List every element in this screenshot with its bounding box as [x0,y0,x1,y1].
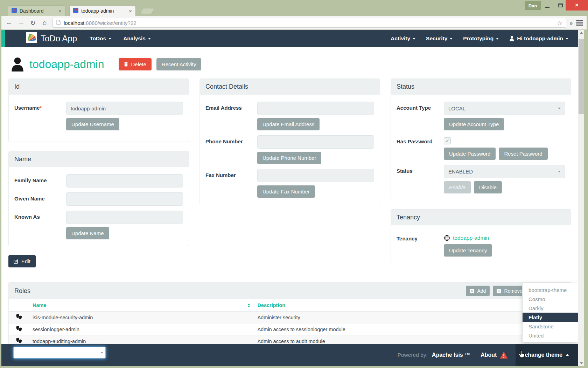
role-name[interactable]: sessionlogger-admin [29,323,254,335]
browser-toolbar: ← → ↻ ⌂ localhost:8080/wicket/entity?22 … [1,16,587,30]
update-email-button[interactable]: Update Email Address [257,118,320,130]
scrollbar-thumb[interactable] [579,39,584,114]
phone-input[interactable] [257,135,374,149]
window-close-button[interactable]: × [566,0,588,11]
theme-item-darkly[interactable]: Darkly [523,304,578,313]
disable-button[interactable]: Disable [474,181,502,193]
reset-password-button[interactable]: Reset Password [499,148,547,160]
menu-analysis[interactable]: Analysis [123,35,151,42]
sort-icon[interactable] [247,304,250,307]
new-tab-button[interactable] [140,8,155,14]
theme-item-bootstrap-theme[interactable]: bootstrap-theme [523,285,578,294]
vertical-scrollbar[interactable] [578,30,584,366]
tab-dashboard[interactable]: Dashboard × [8,5,65,16]
role-name[interactable]: isis-module-security-admin [29,312,254,323]
forward-icon: → [17,19,25,27]
family-name-input[interactable] [66,174,183,188]
table-row[interactable]: sessionlogger-admin Admin access to sess… [9,323,571,335]
email-input[interactable] [257,102,374,115]
tab-close-icon[interactable]: × [129,8,132,14]
remove-role-button[interactable]: Remove [493,286,526,296]
menu-user[interactable]: Hi todoapp-admin [509,35,568,42]
apache-isis-link[interactable]: Apache Isis ™ [432,352,470,358]
menu-activity[interactable]: Activity [391,35,415,42]
select-caret-icon [558,171,561,172]
update-fax-button[interactable]: Update Fax Number [257,185,315,198]
user-icon [509,36,514,41]
theme-item-flatly[interactable]: Flatly [523,313,578,322]
chrome-profile-badge[interactable]: Dan [525,1,541,10]
role-masks-icon [16,338,22,343]
update-tenancy-button[interactable]: Update Tenancy [444,244,492,257]
menu-security[interactable]: Security [426,35,453,42]
extensions-overflow-icon[interactable]: » [570,20,573,26]
update-phone-button[interactable]: Update Phone Number [257,152,321,164]
theme-item-cosmo[interactable]: Cosmo [523,294,578,304]
tab-close-icon[interactable]: × [58,8,62,14]
back-icon[interactable]: ← [5,19,13,27]
fax-input[interactable] [257,169,374,182]
email-label: Email Address [205,102,257,130]
window-maximize-button[interactable] [554,0,566,11]
role-masks-icon [16,326,22,332]
role-masks-icon [16,314,22,320]
globe-icon [444,235,450,241]
chevron-down-icon [496,38,499,40]
chevron-up-icon [566,354,569,356]
account-type-select[interactable]: LOCAL [444,102,565,115]
contact-panel-header: Contact Details [200,79,380,95]
app-brand[interactable]: ToDo App [26,32,77,45]
chevron-down-icon [450,38,453,40]
family-name-label: Family Name [14,174,66,188]
footer-right: Powered by: Apache Isis ™ About change t… [398,344,578,366]
edit-button[interactable]: Edit [8,255,36,267]
known-as-input[interactable] [66,211,183,224]
page-title: todoapp-admin [29,58,104,71]
username-input[interactable] [66,102,183,115]
scrollbar-down-arrow[interactable] [578,360,584,366]
update-password-button[interactable]: Update Password [444,148,496,160]
recent-activity-button[interactable]: Recent Activity [156,58,201,70]
favicon-isis [12,8,17,14]
chrome-menu-icon[interactable] [576,20,583,26]
chevron-down-icon [413,38,415,40]
update-username-button[interactable]: Update Username [66,118,119,130]
tenancy-link[interactable]: todoapp-admin [453,235,489,241]
given-name-input[interactable] [66,192,183,206]
about-link[interactable]: About [481,352,497,358]
delete-button[interactable]: Delete [119,58,151,70]
status-panel: Status Account Type LOCAL Update Account… [391,79,571,200]
update-name-button[interactable]: Update Name [66,227,109,239]
reload-icon[interactable]: ↻ [29,19,37,27]
chevron-down-icon [566,38,568,40]
change-theme-button[interactable]: change theme [516,344,578,366]
url-bar[interactable]: localhost:8080/wicket/entity?22 ☆ [52,18,566,28]
panel-columns: Id Username* Update Username Name [8,79,571,278]
window-minimize-button[interactable] [541,0,553,11]
page-viewport: ToDo App ToDos Analysis Activity Securit… [1,30,578,366]
roles-title: Roles [14,287,30,295]
navbar-right-menu: Activity Security Prototyping Hi todoapp… [391,35,568,42]
menu-prototyping[interactable]: Prototyping [463,35,499,42]
theme-item-united[interactable]: United [523,331,578,340]
url-text[interactable]: localhost:8080/wicket/entity?22 [64,20,554,26]
favicon-isis [73,8,78,14]
theme-item-sandstone[interactable]: Sandstone [523,322,578,331]
menu-todos[interactable]: ToDos [90,35,111,42]
add-role-button[interactable]: Add [466,286,490,296]
scrollbar-up-arrow[interactable] [578,30,584,35]
bookmark-star-icon[interactable]: ☆ [557,19,562,27]
column-1: Id Username* Update Username Name [8,79,189,278]
username-label: Username* [14,102,66,130]
status-select[interactable]: ENABLED [444,165,565,178]
id-panel: Id Username* Update Username [8,79,189,142]
footer-search-select[interactable] [13,347,106,359]
update-account-type-button[interactable]: Update Account Type [444,118,504,130]
home-icon[interactable]: ⌂ [41,19,49,27]
tab-todoapp-admin[interactable]: todoapp-admin × [69,5,136,16]
select-caret-icon [558,108,561,109]
table-row[interactable]: isis-module-security-admin Administer se… [9,312,571,323]
account-type-label: Account Type [397,102,444,130]
plus-square-icon [470,289,474,293]
name-column-header[interactable]: Name [29,299,254,312]
